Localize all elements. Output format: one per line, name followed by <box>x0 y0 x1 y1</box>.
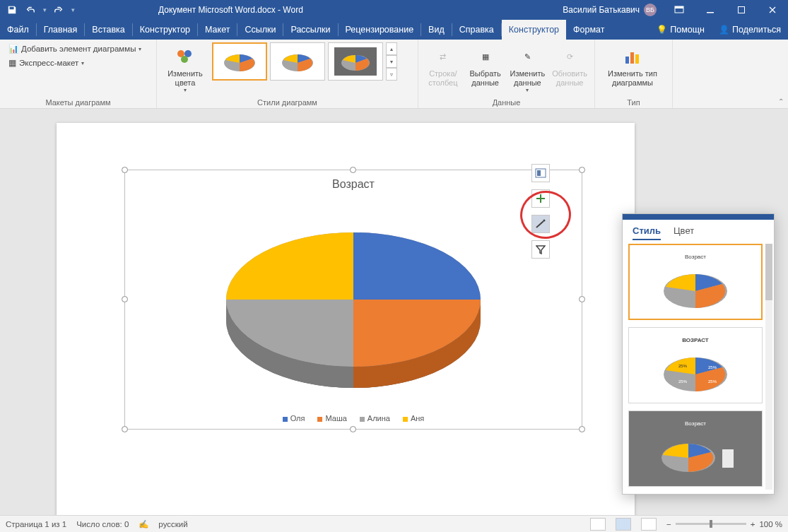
share-button[interactable]: 👤Поделиться <box>712 20 788 40</box>
add-element-icon: 📊 <box>8 44 18 54</box>
resize-handle[interactable] <box>350 426 356 432</box>
svg-rect-12 <box>630 52 634 64</box>
select-data-icon: ▦ <box>474 45 497 68</box>
chart-styles-gallery: ▴ ▾ ▿ <box>212 42 397 81</box>
gallery-more-button[interactable]: ▿ <box>386 68 397 81</box>
resize-handle[interactable] <box>579 426 585 432</box>
tab-chart-design[interactable]: Конструктор <box>502 20 566 40</box>
flyout-tab-color[interactable]: Цвет <box>674 225 694 240</box>
change-chart-type-button[interactable]: Изменить тип диаграммы <box>601 42 664 87</box>
svg-rect-13 <box>635 54 639 64</box>
select-data-button[interactable]: ▦Выбрать данные <box>466 42 505 87</box>
change-colors-button[interactable]: Изменить цвета▾ <box>163 42 208 93</box>
gallery-scroll-up[interactable]: ▴ <box>386 42 397 55</box>
qat-dropdown-2[interactable]: ▾ <box>69 6 76 13</box>
chart-styles-flyout: Стиль Цвет Возраст ВОЗРАСТ 25%25%25%25% … <box>622 213 775 495</box>
resize-handle[interactable] <box>579 296 585 302</box>
svg-text:25%: 25% <box>678 364 688 368</box>
gallery-scroll-down[interactable]: ▾ <box>386 55 397 68</box>
tab-design[interactable]: Конструктор <box>133 20 197 40</box>
qat-dropdown-1[interactable]: ▾ <box>41 6 48 13</box>
undo-button[interactable] <box>23 2 38 18</box>
tab-file[interactable]: Файл <box>0 20 36 40</box>
chart-context-buttons <box>531 164 550 259</box>
style-gallery-scroll: ▴ ▾ ▿ <box>386 42 397 81</box>
resize-handle[interactable] <box>122 167 128 173</box>
svg-rect-1 <box>675 6 683 8</box>
chart-elements-button[interactable] <box>531 189 550 208</box>
flyout-scrollbar[interactable] <box>765 244 772 490</box>
chart-legend[interactable]: Оля Маша Алина Аня <box>127 414 580 422</box>
tab-insert[interactable]: Вставка <box>85 20 131 40</box>
chart-style-3[interactable] <box>328 42 383 81</box>
view-print-layout[interactable] <box>616 518 631 531</box>
flyout-tab-style[interactable]: Стиль <box>633 225 661 240</box>
flyout-style-2[interactable]: ВОЗРАСТ 25%25%25%25% <box>628 327 763 403</box>
tab-home[interactable]: Главная <box>37 20 85 40</box>
chart-style-1[interactable] <box>212 42 267 81</box>
resize-handle[interactable] <box>122 426 128 432</box>
status-page[interactable]: Страница 1 из 1 <box>6 520 66 528</box>
collapse-ribbon-button[interactable]: ⌃ <box>778 97 784 105</box>
tab-layout[interactable]: Макет <box>198 20 237 40</box>
chart-styles-button[interactable] <box>531 215 550 233</box>
edit-data-button[interactable]: ✎Изменить данные▾ <box>509 42 547 93</box>
tab-help[interactable]: Справка <box>452 20 501 40</box>
pie-chart[interactable] <box>205 208 502 391</box>
maximize-button[interactable] <box>726 0 757 20</box>
zoom-slider[interactable] <box>676 523 746 525</box>
svg-point-6 <box>181 56 188 63</box>
view-read-mode[interactable] <box>590 518 606 531</box>
status-word-count[interactable]: Число слов: 0 <box>76 520 129 528</box>
ribbon-display-options-button[interactable] <box>664 0 695 20</box>
user-name: Василий Батькавич <box>563 5 640 15</box>
status-bar: Страница 1 из 1 Число слов: 0 ✍ русский … <box>0 515 788 532</box>
zoom-in-button[interactable]: + <box>751 520 755 528</box>
save-button[interactable] <box>4 2 20 18</box>
zoom-out-button[interactable]: − <box>666 520 671 528</box>
quick-access-toolbar: ▾ ▾ <box>0 2 81 18</box>
tab-mailings[interactable]: Рассылки <box>283 20 337 40</box>
tab-chart-format[interactable]: Формат <box>566 20 611 40</box>
flyout-style-3[interactable]: Возраст <box>628 410 763 487</box>
scrollbar-thumb[interactable] <box>765 244 772 300</box>
resize-handle[interactable] <box>122 296 128 302</box>
view-web-layout[interactable] <box>641 518 657 531</box>
close-button[interactable] <box>757 0 788 20</box>
svg-rect-26 <box>722 449 734 468</box>
document-area[interactable]: Возраст <box>0 109 788 515</box>
change-colors-icon <box>174 45 196 68</box>
redo-button[interactable] <box>51 2 66 18</box>
flyout-style-1[interactable]: Возраст <box>628 244 763 320</box>
resize-handle[interactable] <box>579 167 585 173</box>
legend-item: Маша <box>317 414 346 422</box>
chart-object[interactable]: Возраст <box>127 172 580 427</box>
minimize-button[interactable] <box>695 0 726 20</box>
status-language[interactable]: русский <box>158 520 187 528</box>
status-proofing-icon[interactable]: ✍ <box>139 519 148 529</box>
svg-rect-3 <box>739 7 745 13</box>
user-area[interactable]: Василий Батькавич ВБ <box>555 4 664 16</box>
change-colors-label: Изменить цвета <box>167 69 203 87</box>
share-label: Поделиться <box>732 25 781 35</box>
chart-style-2[interactable] <box>270 42 325 81</box>
chart-filters-button[interactable] <box>531 240 550 259</box>
refresh-data-button: ⟳Обновить данные <box>551 42 589 87</box>
add-chart-element-button[interactable]: 📊Добавить элемент диаграммы▾ <box>6 42 144 55</box>
title-bar: ▾ ▾ Документ Microsoft Word.docx - Word … <box>0 0 788 20</box>
tell-me-button[interactable]: 💡Помощн <box>649 20 712 40</box>
svg-rect-2 <box>707 12 714 13</box>
layout-options-button[interactable] <box>531 164 550 182</box>
ribbon: 📊Добавить элемент диаграммы▾ ▦Экспресс-м… <box>0 40 788 109</box>
zoom-value[interactable]: 100 % <box>759 520 782 528</box>
resize-handle[interactable] <box>350 167 356 173</box>
tab-review[interactable]: Рецензирование <box>339 20 421 40</box>
quick-layout-button[interactable]: ▦Экспресс-макет▾ <box>6 57 87 69</box>
tab-view[interactable]: Вид <box>421 20 452 40</box>
legend-item: Аня <box>403 414 424 422</box>
tab-references[interactable]: Ссылки <box>237 20 283 40</box>
legend-item: Оля <box>283 414 305 422</box>
quick-layout-label: Экспресс-макет <box>19 59 78 67</box>
svg-text:25%: 25% <box>678 379 688 384</box>
switch-icon: ⇄ <box>432 45 454 68</box>
